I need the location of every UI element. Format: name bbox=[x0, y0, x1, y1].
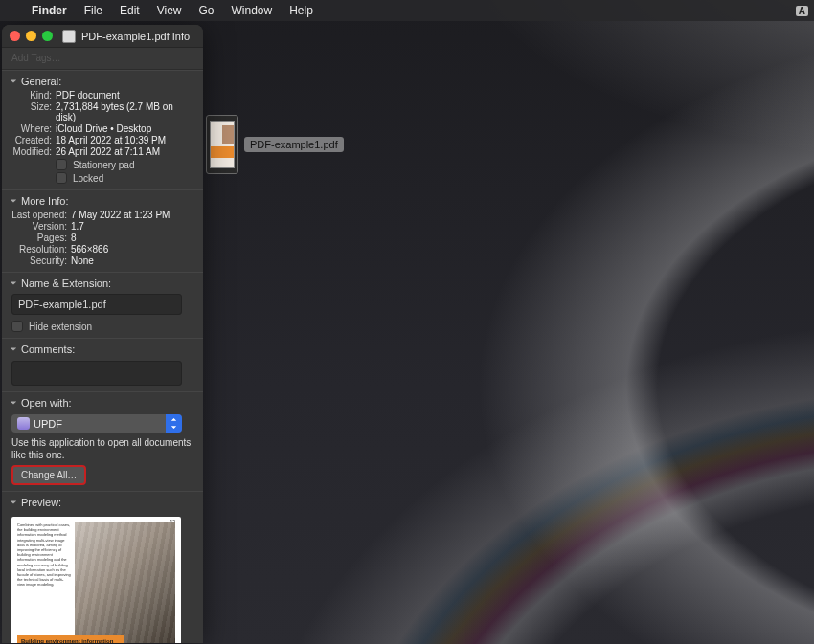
comments-textarea[interactable] bbox=[11, 361, 182, 386]
section-moreinfo-title: More Info: bbox=[21, 195, 69, 207]
zoom-button[interactable] bbox=[42, 31, 53, 41]
disclosure-triangle-icon bbox=[10, 279, 17, 287]
section-preview-title: Preview: bbox=[21, 497, 61, 508]
preview-thumbnail: 12 Combined with practical cases, the bu… bbox=[11, 517, 181, 643]
active-app-name[interactable]: Finder bbox=[23, 4, 76, 17]
size-label: Size: bbox=[11, 101, 52, 122]
resolution-value: 566×866 bbox=[71, 244, 193, 255]
disclosure-triangle-icon bbox=[10, 345, 17, 353]
last-opened-value: 7 May 2022 at 1:23 PM bbox=[71, 210, 193, 220]
section-openwith-header[interactable]: Open with: bbox=[2, 391, 203, 411]
modified-label: Modified: bbox=[11, 146, 52, 157]
version-value: 1.7 bbox=[71, 221, 193, 232]
file-name-label: PDF-example1.pdf bbox=[244, 137, 344, 152]
kind-value: PDF document bbox=[56, 90, 193, 100]
menubar-item-window[interactable]: Window bbox=[223, 4, 282, 17]
close-button[interactable] bbox=[10, 31, 20, 41]
tags-field[interactable]: Add Tags… bbox=[2, 48, 203, 70]
security-value: None bbox=[71, 255, 193, 266]
modified-value: 26 April 2022 at 7:11 AM bbox=[56, 146, 193, 157]
pages-value: 8 bbox=[71, 233, 193, 243]
disclosure-triangle-icon bbox=[10, 197, 17, 205]
menubar-item-help[interactable]: Help bbox=[281, 4, 322, 17]
chevron-up-down-icon bbox=[166, 414, 182, 433]
where-label: Where: bbox=[11, 123, 52, 134]
section-comments-header[interactable]: Comments: bbox=[2, 338, 203, 358]
kind-label: Kind: bbox=[11, 90, 52, 100]
proxy-icon bbox=[62, 30, 76, 43]
section-preview-header[interactable]: Preview: bbox=[2, 491, 203, 511]
desktop-file[interactable]: PDF-example1.pdf bbox=[206, 115, 344, 174]
disclosure-triangle-icon bbox=[10, 399, 17, 407]
section-moreinfo-header[interactable]: More Info: bbox=[2, 189, 203, 210]
open-with-app-name: UPDF bbox=[34, 418, 62, 430]
section-general-header[interactable]: General: bbox=[2, 70, 203, 90]
menubar-item-edit[interactable]: Edit bbox=[111, 4, 148, 17]
checkbox-icon bbox=[56, 172, 67, 184]
section-openwith-title: Open with: bbox=[21, 397, 72, 409]
pages-label: Pages: bbox=[11, 233, 67, 243]
open-with-select[interactable]: UPDF bbox=[11, 414, 182, 433]
checkbox-icon bbox=[56, 159, 67, 170]
preview-caption: Building environment information modelin… bbox=[17, 635, 124, 643]
checkbox-icon bbox=[11, 321, 23, 332]
filename-input[interactable] bbox=[11, 294, 182, 315]
security-label: Security: bbox=[11, 255, 67, 266]
locked-label: Locked bbox=[73, 173, 103, 184]
change-all-button[interactable]: Change All… bbox=[11, 465, 86, 485]
disclosure-triangle-icon bbox=[10, 499, 17, 506]
info-scroll-area[interactable]: Add Tags… General: Kind: PDF document Si… bbox=[2, 48, 203, 643]
menubar-item-go[interactable]: Go bbox=[191, 4, 223, 17]
titlebar[interactable]: PDF-example1.pdf Info bbox=[2, 25, 203, 48]
last-opened-label: Last opened: bbox=[11, 210, 67, 220]
resolution-label: Resolution: bbox=[11, 244, 67, 255]
hide-extension-checkbox[interactable]: Hide extension bbox=[11, 319, 193, 332]
minimize-button[interactable] bbox=[26, 31, 36, 41]
locked-checkbox[interactable]: Locked bbox=[11, 170, 193, 184]
created-value: 18 April 2022 at 10:39 PM bbox=[56, 135, 193, 145]
input-source-indicator[interactable]: A bbox=[796, 6, 808, 16]
section-general-title: General: bbox=[21, 76, 61, 87]
section-comments-title: Comments: bbox=[21, 344, 75, 355]
size-value: 2,731,884 bytes (2.7 MB on disk) bbox=[56, 101, 193, 122]
menubar-item-view[interactable]: View bbox=[148, 4, 191, 17]
version-label: Version: bbox=[11, 221, 67, 232]
stationery-pad-label: Stationery pad bbox=[73, 160, 135, 170]
section-name-ext-title: Name & Extension: bbox=[21, 278, 111, 289]
get-info-window: PDF-example1.pdf Info Add Tags… General:… bbox=[2, 25, 203, 643]
menubar: Finder File Edit View Go Window Help A bbox=[0, 0, 814, 21]
menubar-item-file[interactable]: File bbox=[76, 4, 111, 17]
created-label: Created: bbox=[11, 135, 52, 145]
window-title: PDF-example1.pdf Info bbox=[81, 31, 190, 42]
app-icon bbox=[17, 417, 30, 430]
file-thumbnail bbox=[206, 115, 238, 174]
hide-extension-label: Hide extension bbox=[29, 322, 92, 332]
stationery-pad-checkbox[interactable]: Stationery pad bbox=[11, 157, 193, 170]
section-name-ext-header[interactable]: Name & Extension: bbox=[2, 272, 203, 292]
disclosure-triangle-icon bbox=[10, 78, 17, 85]
open-with-hint: Use this application to open all documen… bbox=[11, 436, 193, 465]
where-value: iCloud Drive • Desktop bbox=[56, 123, 193, 134]
